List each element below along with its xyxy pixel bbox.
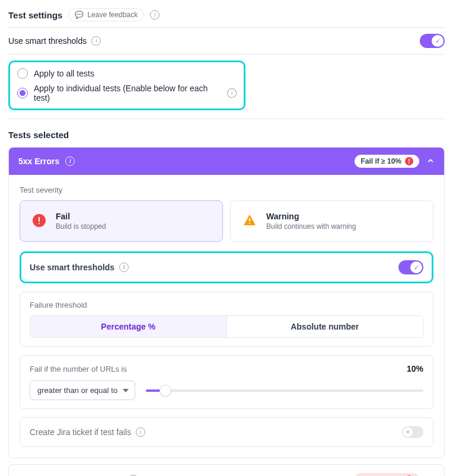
fail-badge: Fail if ≥ 10% ! bbox=[355, 473, 419, 476]
tab-absolute[interactable]: Absolute number bbox=[227, 316, 423, 337]
url-condition-panel: Fail if the number of URLs is 10% greate… bbox=[20, 355, 433, 409]
leave-feedback-button[interactable]: 💬 Leave feedback bbox=[68, 8, 144, 21]
test-card-header[interactable]: 5xx Errors i Fail if ≥ 10% ! bbox=[9, 148, 444, 175]
severity-warning-card[interactable]: Warning Build continues with warning bbox=[230, 200, 433, 242]
nested-smart-label: Use smart thresholds bbox=[30, 263, 114, 272]
severity-fail-sub: Build is stopped bbox=[56, 222, 106, 231]
slider-thumb[interactable] bbox=[159, 385, 171, 397]
info-icon[interactable]: i bbox=[119, 263, 129, 272]
apply-all-radio[interactable]: Apply to all tests bbox=[17, 68, 237, 79]
jira-label: Create Jira ticket if test fails bbox=[30, 427, 131, 437]
severity-warning-sub: Build continues with warning bbox=[266, 222, 356, 231]
error-icon bbox=[31, 213, 47, 229]
use-smart-thresholds-row: Use smart thresholds i ✓ bbox=[8, 28, 445, 55]
tests-selected-title: Tests selected bbox=[8, 130, 445, 140]
svg-rect-2 bbox=[39, 223, 40, 224]
apply-scope-group: Apply to all tests Apply to individual t… bbox=[8, 60, 245, 110]
fail-badge-text: Fail if ≥ 10% bbox=[361, 157, 401, 165]
info-icon[interactable]: i bbox=[136, 427, 145, 437]
severity-row: Fail Build is stopped Warning Build cont… bbox=[20, 200, 433, 242]
radio-icon bbox=[17, 88, 28, 98]
tab-percentage[interactable]: Percentage % bbox=[30, 316, 227, 337]
jira-panel: Create Jira ticket if test fails i ✕ bbox=[20, 417, 433, 447]
smart-thresholds-label: Use smart thresholds bbox=[8, 36, 87, 46]
svg-rect-4 bbox=[249, 223, 250, 224]
chevron-up-icon bbox=[426, 156, 435, 167]
apply-individual-radio[interactable]: Apply to individual tests (Enable below … bbox=[17, 84, 237, 103]
test-title: 5xx Errors bbox=[18, 156, 59, 166]
apply-all-label: Apply to all tests bbox=[34, 69, 94, 78]
alert-icon: ! bbox=[405, 157, 413, 165]
radio-icon bbox=[17, 68, 28, 79]
info-icon[interactable]: i bbox=[65, 156, 75, 166]
fail-badge: Fail if ≥ 10% ! bbox=[355, 155, 419, 168]
test-severity-label: Test severity bbox=[20, 186, 433, 194]
failure-threshold-panel: Failure threshold Percentage % Absolute … bbox=[20, 292, 433, 347]
apply-individual-label: Apply to individual tests (Enable below … bbox=[34, 84, 221, 103]
severity-warning-title: Warning bbox=[266, 212, 356, 221]
check-icon: ✓ bbox=[410, 261, 422, 273]
url-condition-value: 10% bbox=[407, 364, 423, 373]
info-icon[interactable]: i bbox=[227, 88, 237, 98]
url-condition-label: Fail if the number of URLs is bbox=[30, 365, 127, 373]
x-icon: ✕ bbox=[403, 427, 413, 437]
check-icon: ✓ bbox=[432, 35, 444, 47]
severity-fail-title: Fail bbox=[56, 212, 106, 221]
svg-rect-3 bbox=[249, 218, 250, 222]
nested-smart-toggle[interactable]: ✓ bbox=[398, 260, 423, 274]
warning-icon bbox=[241, 213, 258, 229]
severity-fail-card[interactable]: Fail Build is stopped bbox=[20, 200, 223, 242]
feedback-label: Leave feedback bbox=[87, 11, 138, 19]
page-title: Test settings bbox=[8, 10, 62, 20]
info-icon[interactable]: i bbox=[150, 10, 159, 20]
svg-rect-1 bbox=[39, 217, 40, 222]
threshold-type-segment: Percentage % Absolute number bbox=[30, 315, 423, 338]
chat-icon: 💬 bbox=[75, 11, 84, 19]
test-card-5xx-errors: 5xx Errors i Fail if ≥ 10% ! Test severi… bbox=[8, 147, 445, 458]
settings-header: Test settings 💬 Leave feedback i bbox=[8, 8, 445, 21]
failure-threshold-label: Failure threshold bbox=[30, 301, 423, 309]
smart-thresholds-toggle[interactable]: ✓ bbox=[420, 34, 445, 48]
jira-toggle[interactable]: ✕ bbox=[402, 426, 423, 438]
divider bbox=[8, 119, 445, 119]
test-row-broken-pages[interactable]: Broken Pages (4xx Errors) i Fail if ≥ 10… bbox=[8, 464, 445, 476]
info-icon[interactable]: i bbox=[91, 36, 101, 46]
comparator-select[interactable]: greater than or equal to bbox=[30, 381, 135, 400]
threshold-slider[interactable] bbox=[146, 385, 423, 397]
nested-smart-thresholds-row: Use smart thresholds i ✓ bbox=[20, 251, 433, 283]
test-card-body: Test severity Fail Build is stopped Warn… bbox=[9, 175, 444, 458]
